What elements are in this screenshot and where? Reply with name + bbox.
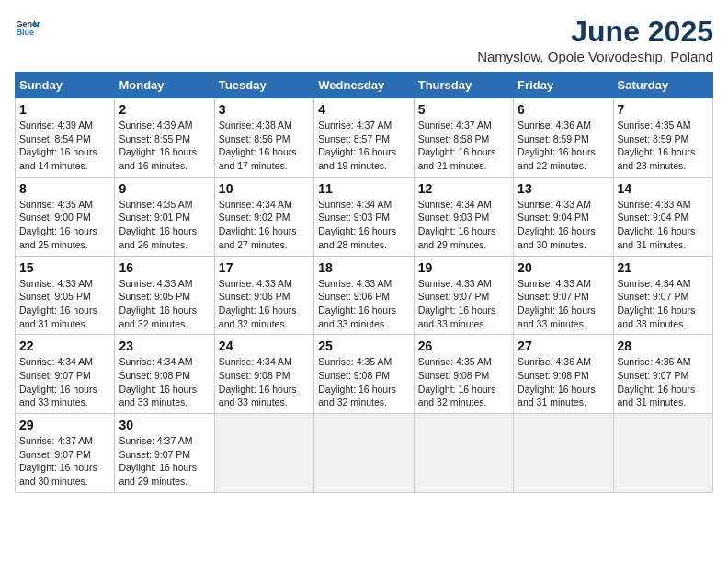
col-sunday: Sunday — [16, 73, 115, 98]
logo-icon: General Blue — [15, 15, 40, 40]
day-number: 25 — [318, 339, 409, 353]
day-number: 29 — [19, 418, 110, 432]
col-monday: Monday — [115, 73, 214, 98]
calendar-cell: 2 Sunrise: 4:39 AMSunset: 8:55 PMDayligh… — [115, 98, 214, 178]
calendar-cell: 15 Sunrise: 4:33 AMSunset: 9:05 PMDaylig… — [16, 256, 115, 335]
day-content: Sunrise: 4:36 AMSunset: 9:08 PMDaylight:… — [518, 355, 609, 409]
day-content: Sunrise: 4:37 AMSunset: 8:57 PMDaylight:… — [318, 119, 409, 173]
day-content: Sunrise: 4:33 AMSunset: 9:04 PMDaylight:… — [518, 198, 609, 252]
calendar-cell: 23 Sunrise: 4:34 AMSunset: 9:08 PMDaylig… — [115, 335, 214, 414]
day-content: Sunrise: 4:38 AMSunset: 8:56 PMDaylight:… — [219, 119, 310, 173]
day-content: Sunrise: 4:37 AMSunset: 9:07 PMDaylight:… — [119, 434, 210, 488]
page-header: General Blue June 2025 Namyslow, Opole V… — [15, 15, 713, 64]
calendar-cell: 24 Sunrise: 4:34 AMSunset: 9:08 PMDaylig… — [214, 335, 313, 414]
calendar-cell: 25 Sunrise: 4:35 AMSunset: 9:08 PMDaylig… — [314, 335, 414, 414]
day-number: 20 — [518, 260, 609, 275]
calendar-cell: 4 Sunrise: 4:37 AMSunset: 8:57 PMDayligh… — [314, 98, 414, 178]
day-content: Sunrise: 4:33 AMSunset: 9:06 PMDaylight:… — [219, 277, 310, 331]
calendar-cell: 20 Sunrise: 4:33 AMSunset: 9:07 PMDaylig… — [514, 256, 613, 335]
col-thursday: Thursday — [414, 73, 513, 98]
day-number: 18 — [318, 260, 409, 275]
day-number: 15 — [19, 260, 110, 275]
day-number: 16 — [119, 260, 210, 275]
calendar-cell: 22 Sunrise: 4:34 AMSunset: 9:07 PMDaylig… — [16, 335, 115, 414]
day-number: 8 — [19, 181, 110, 196]
day-content: Sunrise: 4:34 AMSunset: 9:07 PMDaylight:… — [19, 355, 110, 409]
calendar-cell: 1 Sunrise: 4:39 AMSunset: 8:54 PMDayligh… — [16, 98, 115, 178]
calendar-cell: 10 Sunrise: 4:34 AMSunset: 9:02 PMDaylig… — [214, 177, 313, 256]
day-number: 22 — [19, 339, 110, 353]
calendar-week-5: 29 Sunrise: 4:37 AMSunset: 9:07 PMDaylig… — [16, 414, 713, 493]
col-saturday: Saturday — [613, 73, 712, 98]
day-number: 12 — [418, 181, 509, 196]
day-content: Sunrise: 4:35 AMSunset: 9:00 PMDaylight:… — [19, 198, 110, 252]
day-content: Sunrise: 4:34 AMSunset: 9:08 PMDaylight:… — [219, 355, 310, 409]
calendar-cell: 9 Sunrise: 4:35 AMSunset: 9:01 PMDayligh… — [115, 177, 214, 256]
day-content: Sunrise: 4:35 AMSunset: 8:59 PMDaylight:… — [618, 119, 709, 173]
calendar-cell: 26 Sunrise: 4:35 AMSunset: 9:08 PMDaylig… — [414, 335, 513, 414]
calendar-cell — [214, 414, 313, 493]
calendar-table: Sunday Monday Tuesday Wednesday Thursday… — [15, 72, 713, 493]
day-number: 1 — [19, 102, 110, 117]
day-number: 9 — [119, 181, 210, 196]
calendar-cell: 12 Sunrise: 4:34 AMSunset: 9:03 PMDaylig… — [414, 177, 513, 256]
day-number: 5 — [418, 102, 509, 117]
calendar-cell: 21 Sunrise: 4:34 AMSunset: 9:07 PMDaylig… — [613, 256, 712, 335]
calendar-cell: 7 Sunrise: 4:35 AMSunset: 8:59 PMDayligh… — [613, 98, 712, 178]
calendar-cell: 8 Sunrise: 4:35 AMSunset: 9:00 PMDayligh… — [16, 177, 115, 256]
calendar-cell: 6 Sunrise: 4:36 AMSunset: 8:59 PMDayligh… — [514, 98, 613, 178]
title-area: June 2025 Namyslow, Opole Voivodeship, P… — [477, 15, 713, 64]
calendar-cell: 30 Sunrise: 4:37 AMSunset: 9:07 PMDaylig… — [115, 414, 214, 493]
day-content: Sunrise: 4:36 AMSunset: 9:07 PMDaylight:… — [618, 355, 709, 409]
calendar-cell — [613, 414, 712, 493]
svg-text:General: General — [16, 19, 40, 29]
day-number: 7 — [618, 102, 709, 117]
col-friday: Friday — [514, 73, 613, 98]
day-content: Sunrise: 4:34 AMSunset: 9:03 PMDaylight:… — [318, 198, 409, 252]
calendar-cell — [414, 414, 513, 493]
day-content: Sunrise: 4:39 AMSunset: 8:54 PMDaylight:… — [19, 119, 110, 173]
day-number: 2 — [119, 102, 210, 117]
day-number: 26 — [418, 339, 509, 353]
day-number: 23 — [119, 339, 210, 353]
day-content: Sunrise: 4:33 AMSunset: 9:05 PMDaylight:… — [19, 277, 110, 331]
day-number: 17 — [219, 260, 310, 275]
day-content: Sunrise: 4:33 AMSunset: 9:07 PMDaylight:… — [518, 277, 609, 331]
day-content: Sunrise: 4:33 AMSunset: 9:04 PMDaylight:… — [618, 198, 709, 252]
calendar-week-1: 1 Sunrise: 4:39 AMSunset: 8:54 PMDayligh… — [16, 98, 713, 178]
calendar-cell: 5 Sunrise: 4:37 AMSunset: 8:58 PMDayligh… — [414, 98, 513, 178]
calendar-cell: 17 Sunrise: 4:33 AMSunset: 9:06 PMDaylig… — [214, 256, 313, 335]
day-number: 11 — [318, 181, 409, 196]
day-number: 28 — [618, 339, 709, 353]
day-content: Sunrise: 4:34 AMSunset: 9:08 PMDaylight:… — [119, 355, 210, 409]
svg-text:Blue: Blue — [16, 28, 34, 37]
day-number: 19 — [418, 260, 509, 275]
day-number: 21 — [618, 260, 709, 275]
calendar-cell: 28 Sunrise: 4:36 AMSunset: 9:07 PMDaylig… — [613, 335, 712, 414]
day-content: Sunrise: 4:33 AMSunset: 9:06 PMDaylight:… — [318, 277, 409, 331]
day-content: Sunrise: 4:36 AMSunset: 8:59 PMDaylight:… — [518, 119, 609, 173]
calendar-cell: 19 Sunrise: 4:33 AMSunset: 9:07 PMDaylig… — [414, 256, 513, 335]
day-number: 30 — [119, 418, 210, 432]
day-content: Sunrise: 4:39 AMSunset: 8:55 PMDaylight:… — [119, 119, 210, 173]
calendar-cell: 27 Sunrise: 4:36 AMSunset: 9:08 PMDaylig… — [514, 335, 613, 414]
calendar-cell — [514, 414, 613, 493]
day-content: Sunrise: 4:34 AMSunset: 9:03 PMDaylight:… — [418, 198, 509, 252]
day-content: Sunrise: 4:35 AMSunset: 9:08 PMDaylight:… — [418, 355, 509, 409]
calendar-cell: 11 Sunrise: 4:34 AMSunset: 9:03 PMDaylig… — [314, 177, 414, 256]
calendar-header-row: Sunday Monday Tuesday Wednesday Thursday… — [16, 73, 713, 98]
day-content: Sunrise: 4:35 AMSunset: 9:08 PMDaylight:… — [318, 355, 409, 409]
calendar-cell — [314, 414, 414, 493]
calendar-cell: 13 Sunrise: 4:33 AMSunset: 9:04 PMDaylig… — [514, 177, 613, 256]
logo: General Blue — [15, 15, 40, 40]
calendar-week-3: 15 Sunrise: 4:33 AMSunset: 9:05 PMDaylig… — [16, 256, 713, 335]
calendar-cell: 16 Sunrise: 4:33 AMSunset: 9:05 PMDaylig… — [115, 256, 214, 335]
day-content: Sunrise: 4:37 AMSunset: 9:07 PMDaylight:… — [19, 434, 110, 488]
day-number: 14 — [618, 181, 709, 196]
calendar-cell: 18 Sunrise: 4:33 AMSunset: 9:06 PMDaylig… — [314, 256, 414, 335]
day-number: 6 — [518, 102, 609, 117]
col-wednesday: Wednesday — [314, 73, 414, 98]
day-number: 27 — [518, 339, 609, 353]
day-content: Sunrise: 4:33 AMSunset: 9:07 PMDaylight:… — [418, 277, 509, 331]
day-number: 3 — [219, 102, 310, 117]
